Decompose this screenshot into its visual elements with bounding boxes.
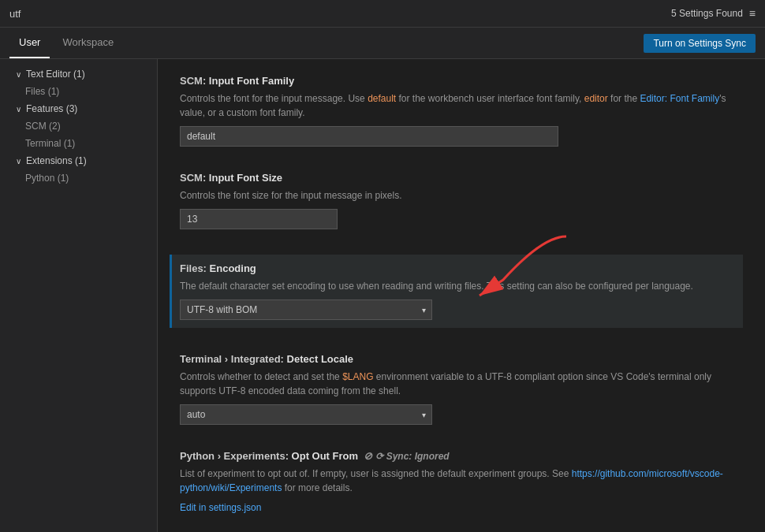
chevron-down-icon: ∨ — [16, 157, 21, 166]
sidebar-item-scm[interactable]: SCM (2) — [0, 117, 157, 135]
files-encoding-select[interactable]: UTF-8 with BOM UTF-8 UTF-16 LE UTF-16 BE… — [180, 299, 432, 320]
sidebar-item-text-editor[interactable]: ∨ Text Editor (1) — [0, 65, 157, 83]
setting-terminal-detect-locale: Terminal › Integrated: Detect Locale Con… — [180, 353, 743, 425]
tabs: User Workspace — [9, 28, 123, 58]
sync-ignored-badge: ⊘ ⟳ Sync: Ignored — [364, 450, 449, 462]
sidebar-item-features[interactable]: ∨ Features (3) — [0, 100, 157, 117]
tab-workspace[interactable]: Workspace — [53, 28, 123, 58]
edit-in-settings-json-link[interactable]: Edit in settings.json — [180, 502, 261, 513]
top-bar: utf 5 Settings Found ≡ — [0, 0, 765, 28]
default-highlight: default — [368, 93, 396, 104]
hamburger-icon[interactable]: ≡ — [749, 7, 756, 20]
sidebar-item-terminal[interactable]: Terminal (1) — [0, 135, 157, 152]
sidebar-item-extensions[interactable]: ∨ Extensions (1) — [0, 152, 157, 169]
tab-bar: User Workspace Turn on Settings Sync — [0, 28, 765, 59]
input-font-family-field[interactable] — [180, 126, 558, 147]
input-font-size-field[interactable] — [180, 209, 338, 229]
main-layout: ∨ Text Editor (1) Files (1) ∨ Features (… — [0, 59, 765, 532]
sync-ignored-icon: ⊘ — [364, 450, 372, 462]
setting-desc-input-font-size: Controls the font size for the input mes… — [180, 188, 743, 203]
sidebar: ∨ Text Editor (1) Files (1) ∨ Features (… — [0, 59, 158, 532]
editor-font-family-link[interactable]: Editor: Font Family — [640, 93, 719, 104]
content-area: SCM: Input Font Family Controls the font… — [158, 59, 765, 532]
setting-title-input-font-size: SCM: Input Font Size — [180, 172, 743, 184]
setting-input-font-family: SCM: Input Font Family Controls the font… — [180, 75, 743, 147]
setting-title-input-font-family: SCM: Input Font Family — [180, 75, 743, 87]
setting-desc-python-opt-out: List of experiment to opt out of. If emp… — [180, 467, 743, 495]
setting-title-python-opt-out: Python › Experiments: Opt Out From ⊘ ⟳ S… — [180, 450, 743, 462]
sync-button[interactable]: Turn on Settings Sync — [644, 34, 756, 53]
terminal-detect-locale-select-wrapper: auto off on ▾ — [180, 404, 432, 425]
sidebar-item-files[interactable]: Files (1) — [0, 83, 157, 100]
setting-desc-files-encoding: The default character set encoding to us… — [180, 279, 735, 293]
terminal-detect-locale-select[interactable]: auto off on — [180, 404, 432, 425]
lang-highlight: $LANG — [342, 371, 373, 382]
chevron-down-icon: ∨ — [16, 105, 21, 113]
setting-input-font-size: SCM: Input Font Size Controls the font s… — [180, 172, 743, 229]
setting-desc-terminal-detect-locale: Controls whether to detect and set the $… — [180, 370, 743, 398]
editor-highlight: editor — [584, 93, 608, 104]
settings-found-text: 5 Settings Found — [671, 8, 743, 19]
setting-title-terminal-detect-locale: Terminal › Integrated: Detect Locale — [180, 353, 743, 365]
setting-desc-input-font-family: Controls the font for the input message.… — [180, 91, 743, 120]
setting-python-opt-out: Python › Experiments: Opt Out From ⊘ ⟳ S… — [180, 450, 743, 513]
files-encoding-select-wrapper: UTF-8 with BOM UTF-8 UTF-16 LE UTF-16 BE… — [180, 299, 432, 320]
search-query: utf — [9, 8, 21, 20]
setting-title-files-encoding: Files: Encoding — [180, 262, 735, 274]
sidebar-item-python[interactable]: Python (1) — [0, 169, 157, 187]
setting-files-encoding: Files: Encoding The default character se… — [170, 255, 743, 328]
tab-user[interactable]: User — [9, 28, 50, 58]
chevron-down-icon: ∨ — [16, 70, 21, 79]
settings-found-container: 5 Settings Found ≡ — [671, 7, 756, 20]
